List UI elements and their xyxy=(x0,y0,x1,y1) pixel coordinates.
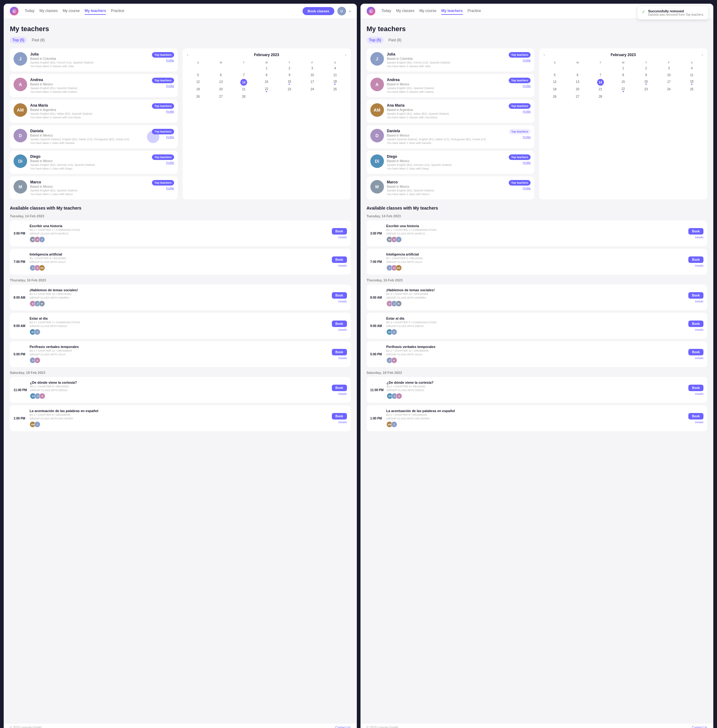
calendar-day[interactable]: 17 xyxy=(658,79,680,86)
calendar-day[interactable]: 24 xyxy=(658,86,680,93)
profile-link[interactable]: Profile xyxy=(166,187,174,190)
calendar-day[interactable]: 8 xyxy=(612,72,635,79)
calendar-day[interactable]: 27 xyxy=(566,93,589,100)
calendar-day[interactable]: 23 xyxy=(635,86,657,93)
nav-item-practice[interactable]: Practice xyxy=(111,8,124,15)
calendar-day[interactable]: 13 xyxy=(210,79,232,86)
calendar-day[interactable]: 7 xyxy=(589,72,611,79)
nav-item-my-course[interactable]: My course xyxy=(63,8,79,15)
profile-link[interactable]: Profile xyxy=(166,59,174,62)
calendar-day[interactable]: 1 xyxy=(255,65,278,72)
top-teachers-button[interactable]: Top teachers xyxy=(152,52,174,58)
calendar-day[interactable]: 11 xyxy=(324,72,346,79)
profile-link[interactable]: Profile xyxy=(523,187,531,190)
calendar-day[interactable]: 13 xyxy=(566,79,589,86)
calendar-day[interactable]: 5 xyxy=(543,72,566,79)
book-button[interactable]: Book xyxy=(332,349,347,356)
nav-item-my-course[interactable]: My course xyxy=(420,8,436,15)
calendar-day[interactable]: 10 xyxy=(301,72,323,79)
nav-item-today[interactable]: Today xyxy=(381,8,391,15)
tab-1[interactable]: Past (8) xyxy=(386,37,404,43)
calendar-day[interactable]: 22 xyxy=(612,86,635,93)
profile-link[interactable]: Profile xyxy=(523,110,531,113)
calendar-day[interactable]: 23 xyxy=(278,86,301,93)
calendar-day[interactable]: 4 xyxy=(324,65,346,72)
calendar-prev-button[interactable]: ‹ xyxy=(187,53,188,57)
calendar-day[interactable]: 25 xyxy=(324,86,346,93)
calendar-day[interactable]: 10 xyxy=(658,72,680,79)
chevron-down-icon[interactable]: ▾ xyxy=(349,9,351,13)
calendar-day[interactable]: 26 xyxy=(543,93,566,100)
book-button[interactable]: Book xyxy=(332,321,347,327)
details-link[interactable]: Details xyxy=(695,300,703,303)
book-classes-button[interactable]: Book classes xyxy=(302,7,334,15)
details-link[interactable]: Details xyxy=(695,328,703,331)
calendar-day[interactable]: 4 xyxy=(680,65,703,72)
top-teachers-button[interactable]: Top teachers xyxy=(152,154,174,160)
nav-item-my-classes[interactable]: My classes xyxy=(396,8,415,15)
book-button[interactable]: Book xyxy=(332,228,347,235)
profile-link[interactable]: Profile xyxy=(523,136,531,139)
profile-link[interactable]: Profile xyxy=(166,84,174,87)
profile-link[interactable]: Profile xyxy=(166,161,174,164)
book-button[interactable]: Book xyxy=(332,385,347,391)
details-link[interactable]: Details xyxy=(695,264,703,267)
calendar-day[interactable]: 11 xyxy=(680,72,703,79)
top-teachers-button[interactable]: Top teachers xyxy=(509,154,531,160)
calendar-day[interactable]: 6 xyxy=(210,72,232,79)
top-teachers-button[interactable]: Top teachers xyxy=(152,180,174,186)
nav-item-my-classes[interactable]: My classes xyxy=(40,8,58,15)
details-link[interactable]: Details xyxy=(338,421,347,424)
calendar-prev-button[interactable]: ‹ xyxy=(543,53,545,57)
calendar-day[interactable]: 26 xyxy=(187,93,209,100)
calendar-day[interactable]: 15 xyxy=(255,79,278,86)
calendar-day[interactable]: 16 xyxy=(635,79,657,86)
calendar-day[interactable]: 21 xyxy=(233,86,255,93)
calendar-day[interactable]: 18 xyxy=(324,79,346,86)
profile-link[interactable]: Profile xyxy=(166,110,174,113)
calendar-day[interactable]: 25 xyxy=(680,86,703,93)
calendar-day[interactable]: 20 xyxy=(210,86,232,93)
calendar-day[interactable]: 28 xyxy=(233,93,255,100)
details-link[interactable]: Details xyxy=(338,264,347,267)
user-avatar[interactable]: U xyxy=(337,7,346,15)
details-link[interactable]: Details xyxy=(695,236,703,239)
book-button[interactable]: Book xyxy=(332,292,347,299)
contact-link[interactable]: Contact Us xyxy=(335,726,350,728)
top-teachers-button[interactable]: Top teachers xyxy=(509,129,531,134)
calendar-day[interactable]: 17 xyxy=(301,79,323,86)
calendar-day[interactable]: 3 xyxy=(658,65,680,72)
logo[interactable]: L xyxy=(367,7,375,15)
calendar-day[interactable]: 16 xyxy=(278,79,301,86)
profile-link[interactable]: Profile xyxy=(523,59,531,62)
calendar-day[interactable]: 19 xyxy=(187,86,209,93)
top-teachers-button[interactable]: Top teachers xyxy=(509,52,531,58)
details-link[interactable]: Details xyxy=(338,357,347,360)
book-button[interactable]: Book xyxy=(332,256,347,263)
top-teachers-button[interactable]: Top teachers xyxy=(152,103,174,109)
top-teachers-button[interactable]: Top teachers xyxy=(152,78,174,83)
calendar-day[interactable]: 19 xyxy=(543,86,566,93)
profile-link[interactable]: Profile xyxy=(523,161,531,164)
calendar-day[interactable]: 24 xyxy=(301,86,323,93)
tab-1[interactable]: Past (8) xyxy=(29,37,47,43)
calendar-day[interactable]: 6 xyxy=(566,72,589,79)
calendar-day[interactable]: 5 xyxy=(187,72,209,79)
book-button[interactable]: Book xyxy=(688,292,703,299)
tab-0[interactable]: Top (5) xyxy=(10,37,27,43)
calendar-day[interactable]: 12 xyxy=(543,79,566,86)
details-link[interactable]: Details xyxy=(695,357,703,360)
book-button[interactable]: Book xyxy=(688,256,703,263)
profile-link[interactable]: Profile xyxy=(166,136,174,139)
calendar-day[interactable]: 15 xyxy=(612,79,635,86)
calendar-day[interactable]: 12 xyxy=(187,79,209,86)
nav-item-practice[interactable]: Practice xyxy=(468,8,481,15)
details-link[interactable]: Details xyxy=(338,236,347,239)
calendar-day[interactable]: 14 xyxy=(233,79,255,86)
details-link[interactable]: Details xyxy=(695,392,703,395)
book-button[interactable]: Book xyxy=(332,413,347,420)
logo[interactable]: L xyxy=(10,7,18,15)
book-button[interactable]: Book xyxy=(688,413,703,420)
details-link[interactable]: Details xyxy=(695,421,703,424)
calendar-day[interactable]: 21 xyxy=(589,86,611,93)
